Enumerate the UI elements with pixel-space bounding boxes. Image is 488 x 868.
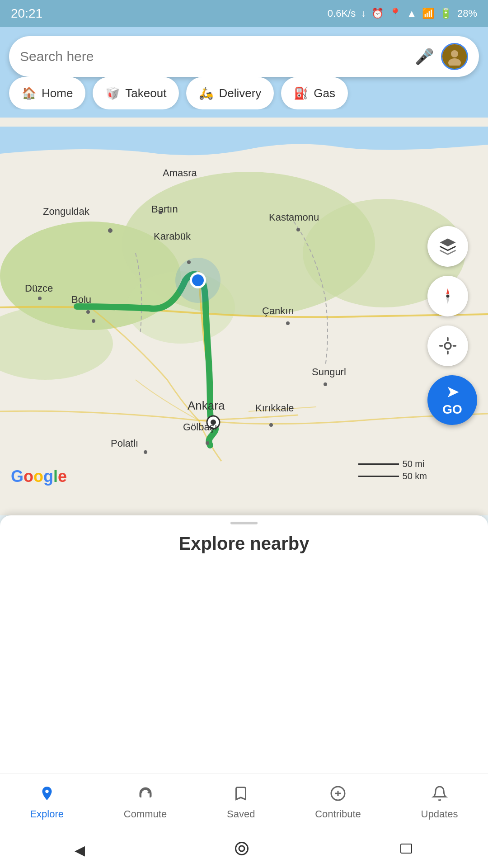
svg-point-31 — [236, 842, 248, 854]
updates-nav-icon — [432, 785, 448, 806]
layers-button[interactable] — [427, 226, 468, 267]
scale-miles: 50 mi — [403, 459, 425, 469]
nav-item-commute[interactable]: Commute — [115, 781, 176, 825]
my-location-button[interactable] — [427, 326, 468, 366]
updates-nav-label: Updates — [421, 808, 458, 820]
bottom-sheet: Explore nearby — [0, 515, 488, 805]
gas-icon: ⛽ — [294, 86, 308, 100]
gas-label: Gas — [314, 86, 335, 100]
svg-point-19 — [286, 321, 290, 325]
search-bar[interactable]: 🎤 — [9, 36, 479, 77]
saved-nav-icon — [233, 785, 249, 806]
scale-km: 50 km — [403, 471, 427, 481]
android-back-button[interactable]: ◀ — [75, 842, 85, 858]
map-scale: 50 mi 50 km — [358, 459, 427, 481]
bottom-navigation: Explore Commute Saved Contribute — [0, 773, 488, 832]
explore-nearby-title: Explore nearby — [0, 533, 488, 565]
compass-button[interactable] — [427, 276, 468, 316]
svg-point-22 — [206, 441, 209, 445]
nav-item-explore[interactable]: Explore — [21, 781, 73, 825]
svg-point-18 — [92, 319, 95, 323]
home-icon: 🏠 — [22, 86, 36, 100]
saved-nav-label: Saved — [227, 808, 255, 820]
svg-point-27 — [448, 58, 461, 66]
svg-point-25 — [445, 343, 451, 349]
sheet-handle[interactable] — [230, 522, 258, 524]
svg-point-23 — [324, 382, 327, 386]
svg-point-21 — [144, 450, 147, 454]
quick-categories: 🏠 Home 🥡 Takeout 🛵 Delivery ⛽ Gas — [0, 77, 488, 109]
android-home-button[interactable] — [234, 840, 250, 860]
download-icon: ↓ — [361, 8, 366, 19]
delivery-label: Delivery — [219, 86, 261, 100]
svg-rect-33 — [401, 844, 412, 853]
contribute-nav-label: Contribute — [315, 808, 361, 820]
commute-nav-icon — [137, 785, 154, 806]
svg-point-24 — [446, 295, 450, 298]
nav-item-contribute[interactable]: Contribute — [306, 781, 370, 825]
svg-point-14 — [187, 260, 191, 264]
map-controls: ➤ GO — [427, 145, 477, 425]
svg-point-13 — [159, 211, 162, 214]
home-label: Home — [42, 86, 73, 100]
svg-point-32 — [239, 846, 244, 851]
microphone-icon[interactable]: 🎤 — [415, 47, 434, 66]
status-bar: 20:21 0.6K/s ↓ ⏰ 📍 ▲ 📶 🔋 28% — [0, 0, 488, 27]
contribute-nav-icon — [330, 785, 346, 806]
wifi-icon: ▲ — [407, 8, 417, 19]
svg-point-20 — [269, 423, 273, 427]
quick-cat-takeout[interactable]: 🥡 Takeout — [93, 77, 179, 109]
explore-nav-icon — [39, 785, 55, 806]
android-nav-bar: ◀ — [0, 832, 488, 868]
battery-percent: 28% — [457, 8, 477, 19]
status-icons: 0.6K/s ↓ ⏰ 📍 ▲ 📶 🔋 28% — [328, 8, 477, 19]
commute-nav-label: Commute — [124, 808, 167, 820]
nav-item-saved[interactable]: Saved — [218, 781, 264, 825]
svg-point-11 — [211, 420, 216, 425]
avatar-image — [442, 44, 467, 69]
location-icon-status: 📍 — [389, 8, 401, 19]
search-input[interactable] — [20, 49, 408, 64]
network-speed: 0.6K/s — [328, 8, 356, 19]
svg-point-16 — [38, 297, 42, 300]
status-time: 20:21 — [11, 6, 42, 21]
quick-cat-gas[interactable]: ⛽ Gas — [281, 77, 348, 109]
search-area: 🎤 — [0, 27, 488, 77]
explore-nav-label: Explore — [30, 808, 64, 820]
battery-icon: 🔋 — [440, 8, 452, 19]
alarm-icon: ⏰ — [371, 8, 384, 19]
google-logo: Google — [11, 467, 67, 486]
takeout-icon: 🥡 — [105, 86, 120, 100]
nav-item-updates[interactable]: Updates — [412, 781, 467, 825]
android-recents-button[interactable] — [399, 842, 413, 858]
svg-point-9 — [192, 274, 204, 286]
user-avatar[interactable] — [441, 43, 468, 70]
quick-cat-home[interactable]: 🏠 Home — [9, 77, 85, 109]
svg-point-17 — [86, 310, 90, 314]
delivery-icon: 🛵 — [199, 86, 213, 100]
svg-point-15 — [296, 228, 300, 231]
signal-icon: 📶 — [422, 8, 434, 19]
svg-point-12 — [108, 228, 113, 233]
takeout-label: Takeout — [125, 86, 166, 100]
svg-point-26 — [451, 50, 458, 57]
quick-cat-delivery[interactable]: 🛵 Delivery — [186, 77, 274, 109]
go-button[interactable]: ➤ GO — [427, 375, 477, 425]
